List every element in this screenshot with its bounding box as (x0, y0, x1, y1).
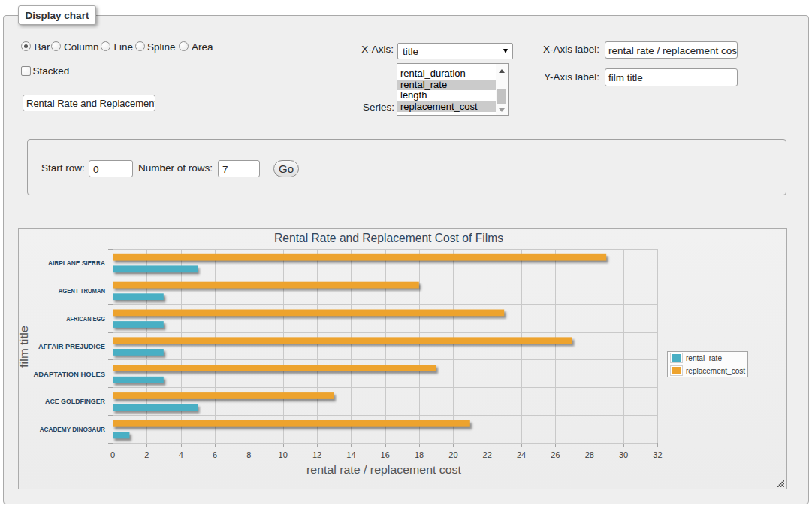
svg-text:26: 26 (551, 450, 560, 459)
svg-text:4: 4 (179, 450, 183, 459)
svg-text:14: 14 (346, 450, 355, 459)
svg-text:24: 24 (517, 450, 526, 459)
svg-text:film title: film title (18, 326, 30, 368)
svg-text:12: 12 (312, 450, 321, 459)
svg-text:30: 30 (619, 450, 628, 459)
svg-text:18: 18 (415, 450, 424, 459)
svg-text:6: 6 (213, 450, 217, 459)
svg-text:ACE GOLDFINGER: ACE GOLDFINGER (45, 397, 105, 405)
svg-text:0: 0 (110, 450, 115, 459)
svg-text:rental_rate: rental_rate (686, 353, 722, 362)
svg-text:AFFAIR PREJUDICE: AFFAIR PREJUDICE (38, 342, 105, 350)
svg-text:22: 22 (483, 450, 492, 459)
svg-text:20: 20 (448, 450, 457, 459)
svg-text:28: 28 (585, 450, 594, 459)
svg-text:ADAPTATION HOLES: ADAPTATION HOLES (34, 370, 106, 378)
svg-text:32: 32 (653, 450, 662, 459)
svg-text:AFRICAN EGG: AFRICAN EGG (66, 314, 105, 323)
svg-text:replacement_cost: replacement_cost (686, 366, 745, 375)
svg-text:ACADEMY DINOSAUR: ACADEMY DINOSAUR (40, 425, 105, 433)
svg-text:rental rate / replacement cost: rental rate / replacement cost (306, 463, 462, 476)
svg-text:AGENT TRUMAN: AGENT TRUMAN (59, 286, 105, 295)
svg-text:10: 10 (279, 450, 288, 459)
svg-text:16: 16 (381, 450, 390, 459)
svg-text:Rental Rate and Replacement Co: Rental Rate and Replacement Cost of Film… (274, 232, 503, 244)
svg-text:8: 8 (246, 450, 251, 459)
svg-text:2: 2 (144, 450, 149, 459)
svg-text:AIRPLANE SIERRA: AIRPLANE SIERRA (48, 259, 105, 267)
